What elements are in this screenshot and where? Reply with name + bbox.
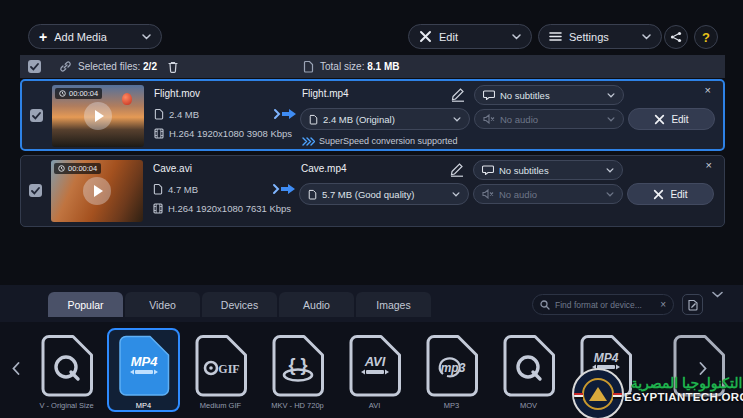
scroll-left-icon[interactable] bbox=[12, 362, 20, 375]
chevron-down-icon bbox=[607, 117, 615, 122]
output-preset-dropdown[interactable]: 2.4 MB (Original) bbox=[300, 108, 470, 130]
preset-avi[interactable]: AVI AVI bbox=[338, 328, 411, 412]
superspeed-note: SuperSpeed conversion supported bbox=[302, 136, 474, 146]
thumbnail-image bbox=[122, 93, 132, 105]
egyptiantech-logo bbox=[572, 368, 624, 418]
play-button[interactable] bbox=[84, 102, 112, 130]
add-preset-icon bbox=[687, 299, 699, 311]
quicktime-icon bbox=[502, 334, 556, 398]
clock-icon bbox=[59, 90, 66, 97]
selected-files-label: Selected files: 2/2 bbox=[78, 61, 157, 72]
mp4-icon: MP4 bbox=[117, 334, 171, 398]
conversion-arrow-icon bbox=[272, 182, 296, 196]
output-preset-dropdown[interactable]: 5.7 MB (Good quality) bbox=[299, 183, 469, 205]
chevron-down-icon bbox=[642, 34, 651, 40]
duration-badge: 00:00:04 bbox=[54, 163, 101, 174]
play-button[interactable] bbox=[83, 177, 111, 205]
audio-dropdown[interactable]: No audio bbox=[473, 184, 623, 204]
edit-tools-icon bbox=[419, 30, 432, 43]
preset-mkv-hd-720p[interactable]: { } MKV - HD 720p bbox=[261, 328, 334, 412]
row-edit-button[interactable]: Edit bbox=[628, 108, 715, 130]
conversion-arrow-icon bbox=[273, 107, 297, 121]
svg-text:GIF: GIF bbox=[218, 362, 239, 376]
chevron-down-icon bbox=[607, 93, 615, 98]
subtitles-dropdown[interactable]: No subtitles bbox=[474, 85, 624, 105]
svg-text:MP4: MP4 bbox=[130, 354, 158, 369]
clear-search-icon[interactable]: × bbox=[660, 299, 666, 310]
subtitles-dropdown[interactable]: No subtitles bbox=[473, 160, 623, 180]
collapse-panel-icon[interactable] bbox=[712, 291, 723, 298]
question-mark-icon: ? bbox=[702, 30, 710, 45]
settings-label: Settings bbox=[569, 31, 609, 43]
audio-muted-icon bbox=[482, 189, 494, 199]
preset-mp4[interactable]: MP4 MP4 bbox=[107, 328, 180, 412]
add-media-label: Add Media bbox=[54, 31, 107, 43]
preset-original-size[interactable]: V - Original Size bbox=[30, 328, 103, 412]
watermark: التكنولوجيا المصرية EGYPTIANTECH.ORG bbox=[572, 366, 743, 418]
tab-video[interactable]: Video bbox=[125, 292, 200, 317]
gif-icon: GIF bbox=[194, 334, 248, 398]
audio-dropdown[interactable]: No audio bbox=[474, 109, 624, 129]
add-media-button[interactable]: + Add Media bbox=[28, 24, 162, 49]
superspeed-icon bbox=[302, 137, 315, 146]
source-filename: Cave.avi bbox=[153, 163, 293, 174]
svg-text:mp3: mp3 bbox=[440, 361, 465, 375]
file-row[interactable]: 00:00:04 Flight.mov 2.4 MB H.264 1920x10… bbox=[20, 79, 725, 151]
chevron-down-icon bbox=[142, 34, 151, 40]
tab-images[interactable]: Images bbox=[356, 292, 431, 317]
video-thumbnail[interactable]: 00:00:04 bbox=[52, 85, 144, 147]
chevron-down-icon bbox=[452, 192, 460, 197]
row-edit-button[interactable]: Edit bbox=[627, 183, 714, 205]
search-input[interactable] bbox=[555, 300, 655, 310]
rename-pencil-icon[interactable] bbox=[449, 162, 467, 178]
add-preset-button[interactable] bbox=[682, 294, 703, 315]
source-size: 2.4 MB bbox=[169, 109, 199, 120]
subtitles-icon bbox=[482, 165, 494, 175]
track-options: No subtitles No audio bbox=[473, 160, 623, 208]
chevron-down-icon bbox=[453, 117, 461, 122]
remove-file-icon[interactable]: × bbox=[706, 159, 712, 171]
preset-mp3[interactable]: mp3 MP3 bbox=[415, 328, 488, 412]
help-button[interactable]: ? bbox=[694, 25, 718, 49]
settings-button[interactable]: Settings bbox=[538, 24, 662, 49]
select-all-checkbox[interactable] bbox=[28, 60, 41, 73]
total-size-label: Total size: 8.1 MB bbox=[302, 60, 399, 73]
edit-tools-button[interactable]: Edit bbox=[408, 24, 532, 49]
tab-popular[interactable]: Popular bbox=[48, 292, 123, 317]
share-icon bbox=[670, 31, 682, 43]
svg-text:{ }: { } bbox=[288, 355, 307, 375]
tab-audio[interactable]: Audio bbox=[279, 292, 354, 317]
output-preset-value: 5.7 MB (Good quality) bbox=[322, 189, 414, 200]
share-button[interactable] bbox=[664, 25, 688, 49]
preset-medium-gif[interactable]: GIF Medium GIF bbox=[184, 328, 257, 412]
source-codec: H.264 1920x1080 3908 Kbps bbox=[169, 128, 292, 139]
output-filename: Flight.mp4 bbox=[302, 88, 474, 99]
subtitles-icon bbox=[483, 90, 495, 100]
source-codec: H.264 1920x1080 7631 Kbps bbox=[168, 203, 291, 214]
mkv-icon: { } bbox=[271, 334, 325, 398]
trash-icon[interactable] bbox=[167, 60, 180, 73]
file-icon bbox=[308, 189, 317, 200]
output-info: Cave.mp4 5.7 MB (Good quality) bbox=[301, 163, 473, 211]
video-thumbnail[interactable]: 00:00:04 bbox=[51, 160, 143, 222]
preset-mov[interactable]: MOV bbox=[492, 328, 565, 412]
video-converter-app: + Add Media Edit Settings bbox=[0, 0, 743, 418]
rename-pencil-icon[interactable] bbox=[450, 87, 468, 103]
tab-devices[interactable]: Devices bbox=[202, 292, 277, 317]
file-row[interactable]: 00:00:04 Cave.avi 4.7 MB H.264 1920x1080… bbox=[20, 155, 725, 227]
chevron-down-icon bbox=[512, 34, 521, 40]
output-preset-value: 2.4 MB (Original) bbox=[323, 114, 395, 125]
remove-file-icon[interactable]: × bbox=[705, 84, 711, 96]
watermark-arabic-text: التكنولوجيا المصرية bbox=[630, 376, 743, 391]
format-search[interactable]: × bbox=[532, 294, 674, 315]
codec-icon bbox=[154, 128, 164, 139]
preset-list: V - Original Size MP4 MP4 bbox=[30, 328, 642, 412]
file-icon bbox=[309, 114, 318, 125]
selection-bar: Selected files: 2/2 Total size: 8.1 MB bbox=[20, 55, 725, 78]
link-icon[interactable] bbox=[59, 60, 72, 73]
watermark-english-text: EGYPTIANTECH.ORG bbox=[630, 391, 743, 403]
row-checkbox[interactable] bbox=[30, 109, 43, 122]
row-checkbox[interactable] bbox=[29, 184, 42, 197]
svg-text:MP4: MP4 bbox=[593, 351, 618, 365]
chevron-down-icon bbox=[606, 168, 614, 173]
